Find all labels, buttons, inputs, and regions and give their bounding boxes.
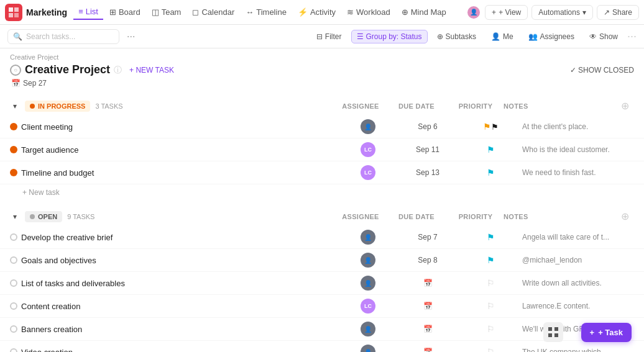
task-due-date[interactable]: 📅: [397, 279, 459, 287]
avatar: 👤: [361, 230, 375, 245]
task-priority[interactable]: ⚑: [462, 168, 518, 178]
task-notes: Angela will take care of t...: [522, 233, 634, 241]
task-due-date[interactable]: 📅: [397, 325, 459, 333]
automations-button[interactable]: Automations ▾: [531, 5, 593, 20]
task-priority[interactable]: ⚑: [462, 122, 518, 132]
task-priority[interactable]: ⚑: [462, 232, 518, 242]
task-due-date[interactable]: Sep 13: [397, 168, 459, 177]
task-name[interactable]: Banners creation: [21, 325, 339, 334]
content-area: Creative Project ○ Creative Project ⓘ + …: [0, 48, 644, 352]
info-icon[interactable]: ⓘ: [114, 65, 122, 76]
task-assignee[interactable]: 👤: [343, 345, 393, 352]
plus-icon: +: [492, 8, 496, 17]
task-priority[interactable]: ⚑: [462, 145, 518, 155]
me-button[interactable]: 👤 Me: [485, 30, 519, 43]
add-col-btn[interactable]: ⊕: [615, 100, 634, 112]
outline-flag-icon: ⚐: [487, 278, 495, 288]
task-priority[interactable]: ⚐: [462, 278, 518, 288]
share-button[interactable]: ↗ Share: [597, 5, 639, 20]
open-column-headers: ASSIGNEE DUE DATE PRIORITY NOTES ⊕: [336, 210, 634, 222]
task-name[interactable]: Client meeting: [21, 122, 339, 132]
task-status-dot: [10, 123, 17, 130]
new-task-inline-btn[interactable]: + New task: [0, 184, 644, 201]
plus-icon: +: [590, 328, 595, 337]
mindmap-icon: ⊕: [402, 7, 408, 17]
in-progress-dot: [30, 104, 35, 109]
assignee-col-header: ASSIGNEE: [336, 102, 385, 110]
task-priority[interactable]: ⚐: [462, 324, 518, 334]
avatar: 👤: [361, 276, 375, 291]
task-notes: At the client's place.: [522, 122, 634, 131]
task-name[interactable]: Video creation: [21, 348, 339, 353]
task-assignee[interactable]: 👤: [343, 322, 393, 336]
task-priority[interactable]: ⚑: [462, 255, 518, 265]
task-assignee[interactable]: LC: [343, 165, 393, 180]
search-box[interactable]: 🔍 Search tasks...: [7, 29, 119, 44]
board-icon: ⊞: [109, 7, 116, 17]
show-button[interactable]: 👁 Show: [584, 30, 623, 43]
task-due-date[interactable]: Sep 8: [397, 256, 459, 264]
subtasks-button[interactable]: ⊕ Subtasks: [431, 30, 482, 43]
task-due-date[interactable]: 📅: [397, 302, 459, 310]
task-name[interactable]: Content creation: [21, 302, 339, 311]
avatar: 👤: [361, 345, 375, 352]
avatar: 👤: [361, 322, 375, 336]
tab-mindmap[interactable]: ⊕ Mind Map: [397, 5, 451, 19]
task-assignee[interactable]: LC: [343, 299, 393, 314]
tab-timeline[interactable]: ↔ Timeline: [241, 5, 292, 19]
new-task-button[interactable]: + NEW TASK: [126, 65, 178, 76]
project-title-row: ○ Creative Project ⓘ + NEW TASK ✓ SHOW C…: [10, 63, 634, 76]
tab-calendar[interactable]: ◻ Calendar: [187, 5, 239, 19]
task-status-dot: [10, 325, 17, 333]
task-due-date[interactable]: Sep 11: [397, 145, 459, 154]
top-nav: Marketing ≡ List ⊞ Board ◫ Team ◻ Calend…: [0, 0, 644, 25]
assignees-button[interactable]: 👥 Assignees: [523, 30, 580, 43]
group-by-button[interactable]: ☰ Group by: Status: [351, 30, 428, 43]
task-assignee[interactable]: 👤: [343, 119, 393, 134]
duedate-col-header-open: DUE DATE: [385, 213, 448, 220]
task-due-date[interactable]: Sep 7: [397, 233, 459, 241]
cyan-flag-icon: ⚑: [487, 232, 495, 242]
task-assignee[interactable]: 👤: [343, 253, 393, 268]
task-name[interactable]: Timeline and budget: [21, 168, 339, 178]
tab-activity[interactable]: ⚡ Activity: [293, 5, 341, 19]
svg-rect-0: [9, 7, 13, 12]
show-closed-button[interactable]: ✓ SHOW CLOSED: [570, 66, 634, 74]
grid-view-icon[interactable]: [543, 322, 563, 342]
task-name[interactable]: Goals and objectives: [21, 256, 339, 265]
task-name[interactable]: Target audience: [21, 145, 339, 155]
task-priority[interactable]: ⚐: [462, 301, 518, 311]
task-due-date[interactable]: 📅: [397, 348, 459, 352]
more-toolbar-icon[interactable]: ···: [627, 30, 637, 43]
task-row: Target audience LC Sep 11 ⚑ Who is the i…: [0, 138, 644, 161]
tab-list[interactable]: ≡ List: [73, 4, 103, 20]
task-assignee[interactable]: 👤: [343, 230, 393, 245]
task-priority[interactable]: ⚐: [462, 347, 518, 352]
add-col-btn-open[interactable]: ⊕: [615, 210, 634, 222]
task-assignee[interactable]: LC: [343, 142, 393, 157]
notes-col-header: NOTES: [504, 102, 615, 110]
task-name[interactable]: List of tasks and deliverables: [21, 279, 339, 288]
section-expand-btn[interactable]: ▾: [10, 101, 20, 111]
tab-workload[interactable]: ≋ Workload: [342, 5, 395, 19]
subtasks-icon: ⊕: [437, 32, 443, 41]
filter-button[interactable]: ⊟ Filter: [311, 30, 347, 43]
in-progress-section-header: ▾ IN PROGRESS 3 TASKS ASSIGNEE DUE DATE …: [0, 94, 644, 115]
task-notes: @michael_lendon: [522, 256, 634, 264]
more-options-icon[interactable]: ···: [123, 30, 139, 43]
task-due-date[interactable]: Sep 6: [397, 122, 459, 131]
add-task-float-button[interactable]: + + Task: [581, 323, 632, 342]
toolbar: 🔍 Search tasks... ··· ⊟ Filter ☰ Group b…: [0, 25, 644, 48]
task-name[interactable]: Develop the creative brief: [21, 233, 339, 242]
open-badge: OPEN: [25, 211, 62, 222]
avatar: LC: [361, 142, 375, 157]
section-expand-btn[interactable]: ▾: [10, 212, 20, 222]
project-collapse-btn[interactable]: ○: [10, 65, 21, 76]
group-icon: ☰: [357, 32, 364, 41]
tab-team[interactable]: ◫ Team: [147, 5, 186, 19]
task-assignee[interactable]: 👤: [343, 276, 393, 291]
task-row: Client meeting 👤 Sep 6 ⚑ At the client's…: [0, 115, 644, 138]
view-button[interactable]: + + View: [485, 5, 528, 20]
task-row: Content creation LC 📅 ⚐ Lawrence.E conte…: [0, 295, 644, 318]
tab-board[interactable]: ⊞ Board: [104, 5, 145, 19]
